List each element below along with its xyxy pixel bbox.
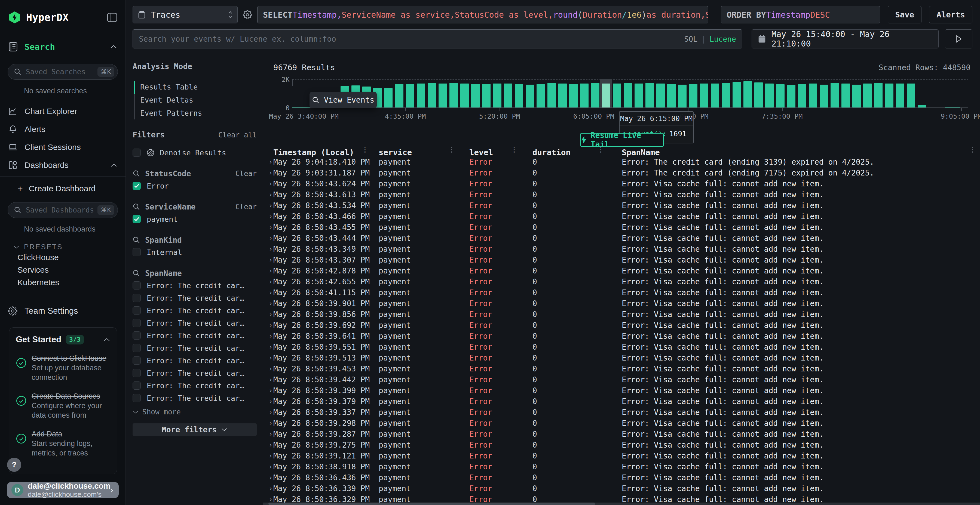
table-row[interactable]: ›May 26 8:50:39.901 PMpaymentError0Error… bbox=[263, 298, 980, 309]
expand-row-icon[interactable]: › bbox=[269, 430, 273, 438]
table-row[interactable]: ›May 26 8:50:36.339 PMpaymentError0Error… bbox=[263, 483, 980, 494]
expand-row-icon[interactable]: › bbox=[269, 441, 273, 449]
table-row[interactable]: ›May 26 8:50:39.287 PMpaymentError0Error… bbox=[263, 429, 980, 440]
histogram-bar[interactable] bbox=[493, 84, 501, 108]
sidebar-item-alerts[interactable]: Alerts bbox=[0, 120, 126, 138]
table-row[interactable]: ›May 26 9:04:18.410 PMpaymentError0Error… bbox=[263, 156, 980, 167]
histogram-bar[interactable] bbox=[678, 85, 687, 108]
table-row[interactable]: ›May 26 8:50:39.442 PMpaymentError0Error… bbox=[263, 374, 980, 385]
histogram-bar[interactable] bbox=[885, 84, 893, 108]
query-language-toggle[interactable]: SQL | Lucene bbox=[684, 35, 736, 43]
mode-event-deltas[interactable]: Event Deltas bbox=[140, 93, 257, 106]
expand-row-icon[interactable]: › bbox=[269, 397, 273, 405]
table-row[interactable]: ›May 26 8:50:39.453 PMpaymentError0Error… bbox=[263, 363, 980, 374]
histogram-bar[interactable] bbox=[787, 85, 795, 108]
expand-row-icon[interactable]: › bbox=[269, 267, 273, 275]
expand-row-icon[interactable]: › bbox=[269, 179, 273, 188]
expand-row-icon[interactable]: › bbox=[269, 223, 273, 231]
histogram-bar[interactable] bbox=[830, 83, 839, 108]
histogram-bar[interactable] bbox=[471, 84, 480, 108]
histogram-bar[interactable] bbox=[798, 84, 806, 108]
histogram-bar[interactable] bbox=[754, 83, 763, 108]
table-row[interactable]: ›May 26 8:50:39.379 PMpaymentError0Error… bbox=[263, 396, 980, 407]
expand-row-icon[interactable]: › bbox=[269, 288, 273, 297]
table-row[interactable]: ›May 26 8:50:39.856 PMpaymentError0Error… bbox=[263, 309, 980, 320]
preset-kubernetes[interactable]: Kubernetes bbox=[18, 276, 126, 289]
save-button[interactable]: Save bbox=[888, 6, 921, 24]
source-select[interactable]: Traces bbox=[132, 6, 238, 24]
table-row[interactable]: ›May 26 8:50:42.655 PMpaymentError0Error… bbox=[263, 276, 980, 287]
histogram-bar[interactable] bbox=[526, 85, 534, 108]
table-row[interactable]: ›May 26 8:50:43.444 PMpaymentError0Error… bbox=[263, 233, 980, 243]
histogram-bar[interactable] bbox=[656, 84, 665, 108]
help-button[interactable]: ? bbox=[7, 458, 21, 472]
chevron-up-icon[interactable] bbox=[103, 338, 110, 342]
source-settings-button[interactable] bbox=[238, 6, 257, 24]
expand-row-icon[interactable]: › bbox=[269, 365, 273, 373]
column-resize-handle[interactable]: ⋮ bbox=[969, 148, 976, 151]
column-resize-handle[interactable]: ⋮ bbox=[361, 148, 369, 151]
table-row[interactable]: ›May 26 8:50:43.349 PMpaymentError0Error… bbox=[263, 243, 980, 254]
table-row[interactable]: ›May 26 8:50:43.466 PMpaymentError0Error… bbox=[263, 211, 980, 222]
expand-row-icon[interactable]: › bbox=[269, 332, 273, 340]
chevron-up-icon[interactable] bbox=[110, 44, 117, 49]
histogram-bar[interactable] bbox=[635, 84, 643, 108]
sidebar-item-chart-explorer[interactable]: Chart Explorer bbox=[0, 102, 126, 120]
saved-dashboards-input[interactable]: Saved Dashboards ⌘K bbox=[8, 202, 118, 218]
column-resize-handle[interactable]: ⋮ bbox=[448, 148, 455, 151]
expand-row-icon[interactable]: › bbox=[269, 484, 273, 492]
denoise-results-checkbox[interactable]: Denoise Results bbox=[132, 147, 257, 158]
preset-clickhouse[interactable]: ClickHouse bbox=[18, 251, 126, 264]
team-settings-button[interactable]: Team Settings bbox=[8, 306, 126, 316]
histogram-bar[interactable] bbox=[722, 83, 730, 108]
histogram-bar[interactable] bbox=[384, 88, 393, 108]
expand-row-icon[interactable]: › bbox=[269, 452, 273, 460]
get-started-item-connect[interactable]: Connect to ClickHouse Set up your databa… bbox=[16, 354, 110, 382]
sidebar-section-search[interactable]: Search bbox=[0, 41, 126, 53]
mode-results-table[interactable]: Results Table bbox=[140, 80, 257, 93]
histogram-bar[interactable] bbox=[852, 85, 861, 108]
col-spanname[interactable]: SpanName bbox=[622, 148, 975, 157]
histogram-bar[interactable] bbox=[809, 84, 817, 108]
create-dashboard-button[interactable]: + Create Dashboard bbox=[18, 181, 126, 196]
filter-option[interactable]: Error: The credit card … bbox=[132, 305, 257, 316]
histogram-bar[interactable] bbox=[700, 84, 708, 108]
filter-option[interactable]: Error: The credit card … bbox=[132, 355, 257, 366]
histogram-bar[interactable] bbox=[439, 84, 447, 108]
expand-row-icon[interactable]: › bbox=[269, 321, 273, 329]
expand-row-icon[interactable]: › bbox=[269, 191, 273, 199]
get-started-item-add-data[interactable]: Add Data Start sending logs, metrics, or… bbox=[16, 429, 110, 458]
histogram-bar[interactable] bbox=[395, 84, 403, 108]
histogram-bar[interactable] bbox=[504, 84, 512, 108]
histogram-bar[interactable] bbox=[733, 82, 741, 108]
table-row[interactable]: ›May 26 8:50:39.121 PMpaymentError0Error… bbox=[263, 450, 980, 461]
table-row[interactable]: ›May 26 8:50:39.275 PMpaymentError0Error… bbox=[263, 440, 980, 450]
presets-toggle[interactable]: PRESETS bbox=[13, 243, 126, 251]
expand-row-icon[interactable]: › bbox=[269, 343, 273, 351]
col-duration[interactable]: duration bbox=[533, 148, 622, 157]
expand-row-icon[interactable]: › bbox=[269, 495, 273, 503]
user-menu[interactable]: D dale@clickhouse.com dale@clickhouse.co… bbox=[7, 482, 119, 498]
table-row[interactable]: ›May 26 8:50:39.513 PMpaymentError0Error… bbox=[263, 353, 980, 363]
table-row[interactable]: ›May 26 8:50:41.115 PMpaymentError0Error… bbox=[263, 287, 980, 298]
histogram-bar[interactable] bbox=[842, 84, 850, 108]
run-query-button[interactable] bbox=[945, 29, 972, 48]
table-row[interactable]: ›May 26 8:50:39.641 PMpaymentError0Error… bbox=[263, 330, 980, 341]
expand-row-icon[interactable]: › bbox=[269, 408, 273, 416]
table-row[interactable]: ›May 26 8:50:38.918 PMpaymentError0Error… bbox=[263, 461, 980, 472]
histogram-bar[interactable] bbox=[406, 84, 414, 108]
filter-option[interactable]: payment bbox=[132, 213, 257, 225]
histogram-bar[interactable] bbox=[820, 85, 828, 108]
histogram-bar[interactable] bbox=[743, 81, 752, 108]
expand-row-icon[interactable]: › bbox=[269, 234, 273, 242]
lucene-mode-option[interactable]: Lucene bbox=[710, 35, 736, 43]
histogram-bar[interactable] bbox=[460, 84, 469, 108]
alerts-button[interactable]: Alerts bbox=[929, 6, 972, 24]
table-row[interactable]: ›May 26 8:50:36.436 PMpaymentError0Error… bbox=[263, 472, 980, 483]
expand-row-icon[interactable]: › bbox=[269, 386, 273, 395]
clear-filter-button[interactable]: Clear bbox=[235, 203, 257, 211]
filter-option[interactable]: Error: The credit card … bbox=[132, 367, 257, 379]
sql-mode-option[interactable]: SQL bbox=[684, 35, 697, 43]
histogram-bar[interactable] bbox=[874, 83, 883, 108]
filter-option[interactable]: Error: The credit card … bbox=[132, 380, 257, 391]
